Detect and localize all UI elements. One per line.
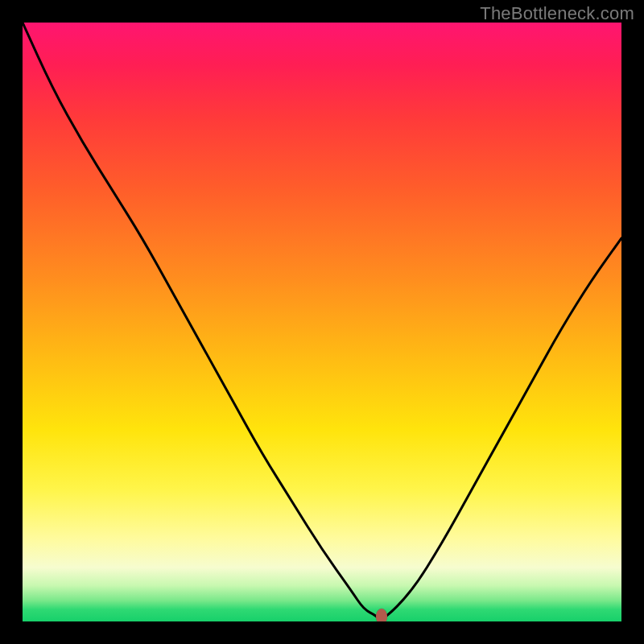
plot-area	[23, 23, 621, 621]
chart-frame: TheBottleneck.com	[0, 0, 644, 644]
bottleneck-curve	[23, 23, 621, 621]
optimal-point-marker	[376, 609, 387, 621]
curve-path	[23, 23, 621, 619]
watermark-text: TheBottleneck.com	[480, 3, 634, 24]
